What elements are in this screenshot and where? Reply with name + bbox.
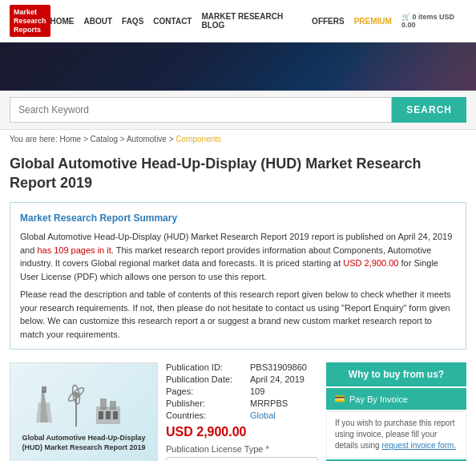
nav-home[interactable]: HOME (50, 17, 75, 26)
search-button[interactable]: SEARCH (392, 97, 466, 123)
product-illustration (32, 374, 136, 431)
svg-marker-1 (36, 402, 52, 423)
svg-rect-2 (42, 386, 46, 393)
detail-publication-id: Publication ID: PBS31909860 (166, 362, 318, 372)
invoice-icon: 💳 (334, 394, 345, 404)
summary-title: Market Research Report Summary (20, 211, 456, 225)
breadcrumb-prefix: You are here: (10, 135, 58, 144)
breadcrumb-automotive[interactable]: Automotive (127, 135, 167, 144)
svg-rect-11 (106, 411, 111, 419)
svg-rect-10 (99, 411, 103, 419)
nav-premium[interactable]: PREMIUM (354, 17, 392, 26)
detail-countries: Countries: Global (166, 410, 318, 420)
summary-text2: Please read the description and table of… (20, 288, 456, 341)
detail-publication-date: Publication Date: April 24, 2019 (166, 374, 318, 384)
nav-blog[interactable]: MARKET RESEARCH BLOG (201, 12, 302, 30)
search-bar: SEARCH (0, 91, 476, 130)
hero-banner (0, 42, 476, 91)
svg-rect-9 (110, 401, 116, 410)
invoice-form-link[interactable]: request invoice form. (381, 441, 456, 450)
nav-contact[interactable]: CONTACT (153, 17, 192, 26)
price-display: USD 2,900.00 (166, 425, 318, 439)
pay-by-invoice-desc: If you wish to purchase this report usin… (326, 411, 466, 458)
breadcrumb-current: Components (175, 135, 221, 144)
license-option-single[interactable]: SINGLE USER LICENSE (PDF), USD 2,900.00 (166, 457, 318, 461)
main-content: Global Automotive Head-Up-Display (HUD) … (0, 354, 476, 461)
svg-point-6 (74, 392, 79, 397)
summary-box: Market Research Report Summary Global Au… (10, 202, 466, 350)
detail-publisher: Publisher: MRRPBS (166, 398, 318, 408)
right-panel: Why to buy from us? 💳 Pay By Invoice If … (326, 362, 466, 461)
pay-by-invoice-item[interactable]: 💳 Pay By Invoice (326, 388, 466, 410)
product-image: Global Automotive Head-Up-Display (HUD) … (10, 363, 157, 461)
svg-rect-8 (100, 398, 107, 410)
breadcrumb-home[interactable]: Home (59, 135, 81, 144)
why-buy-title: Why to buy from us? (326, 362, 466, 386)
summary-text1: Global Automotive Head-Up-Display (HUD) … (20, 230, 456, 283)
nav-bar: HOME ABOUT FAQS CONTACT MARKET RESEARCH … (50, 12, 466, 30)
search-input[interactable] (10, 97, 392, 123)
product-details: Publication ID: PBS31909860 Publication … (166, 362, 318, 461)
license-label: Publication License Type * (166, 444, 318, 454)
page-title: Global Automotive Head-Up-Display (HUD) … (0, 148, 476, 197)
header: Market Research Reports HOME ABOUT FAQS … (0, 0, 476, 42)
nav-cart[interactable]: 🛒 0 items USD 0.00 (401, 13, 466, 29)
product-card: Global Automotive Head-Up-Display (HUD) … (10, 362, 158, 461)
product-card-title: Global Automotive Head-Up-Display (HUD) … (17, 431, 151, 455)
svg-rect-12 (113, 411, 118, 419)
breadcrumb-catalog[interactable]: Catalog (91, 135, 118, 144)
nav-faqs[interactable]: FAQS (122, 17, 143, 26)
logo-icon: Market Research Reports (10, 5, 50, 37)
nav-about[interactable]: ABOUT (84, 17, 113, 26)
detail-pages: Pages: 109 (166, 386, 318, 396)
pay-by-invoice-label: Pay By Invoice (349, 394, 408, 404)
logo-area: Market Research Reports (10, 5, 50, 37)
breadcrumb: You are here: Home > Catalog > Automotiv… (0, 130, 476, 148)
nav-offers[interactable]: OFFERS (312, 17, 345, 26)
